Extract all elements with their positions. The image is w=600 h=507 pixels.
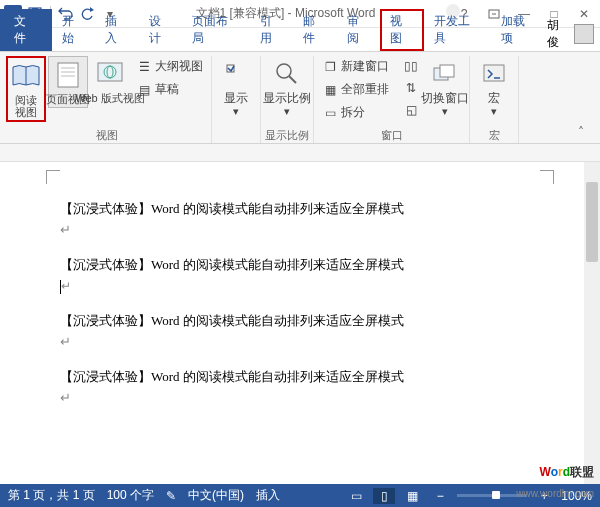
outline-view-button[interactable]: ☰大纲视图 (132, 56, 207, 77)
tab-review[interactable]: 审阅 (337, 9, 381, 51)
group-macros: 宏▾ 宏 (470, 56, 519, 143)
read-view-icon (10, 60, 42, 92)
tab-insert[interactable]: 插入 (95, 9, 139, 51)
web-layout-icon[interactable]: ▦ (401, 488, 423, 504)
doc-line-3[interactable]: 【沉浸式体验】Word 的阅读模式能自动排列来适应全屏模式 (60, 312, 570, 330)
split-button[interactable]: ▭拆分 (318, 102, 393, 123)
svg-rect-4 (58, 63, 78, 87)
group-show: 显示▾ (212, 56, 261, 143)
svg-line-13 (289, 76, 296, 83)
tab-mailings[interactable]: 邮件 (293, 9, 337, 51)
new-window-button[interactable]: ❐新建窗口 (318, 56, 393, 77)
tab-design[interactable]: 设计 (139, 9, 183, 51)
page-view-icon (52, 59, 84, 91)
corner-right (540, 170, 554, 184)
para-mark: ↵ (60, 278, 570, 294)
corner-left (46, 170, 60, 184)
status-bar: 第 1 页，共 1 页 100 个字 ✎ 中文(中国) 插入 ▭ ▯ ▦ − +… (0, 484, 600, 507)
watermark: Word联盟 (540, 462, 594, 481)
macros-button[interactable]: 宏▾ (474, 56, 514, 119)
print-layout-icon[interactable]: ▯ (373, 488, 395, 504)
group-zoom: 显示比例▾ 显示比例 (261, 56, 314, 143)
outline-icon: ☰ (136, 59, 152, 75)
group-views: 阅读 视图 页面视图 Web 版式视图 ☰大纲视图 ▤草稿 视图 (2, 56, 212, 143)
read-view-button[interactable]: 阅读 视图 (6, 56, 46, 122)
vertical-scrollbar[interactable] (584, 162, 600, 484)
page-status[interactable]: 第 1 页，共 1 页 (8, 487, 95, 504)
switch-window-button[interactable]: 切换窗口▾ (425, 56, 465, 119)
macros-icon (478, 58, 510, 90)
word-count[interactable]: 100 个字 (107, 487, 154, 504)
side-by-side-button[interactable]: ▯▯ (399, 56, 423, 76)
reset-position-button[interactable]: ◱ (399, 100, 423, 120)
ruler (0, 144, 600, 162)
tab-addins[interactable]: 加载项 (491, 9, 546, 51)
read-mode-icon[interactable]: ▭ (345, 488, 367, 504)
watermark-url: www.wordlm.com (516, 488, 594, 499)
label: 显示▾ (224, 92, 248, 117)
avatar (574, 24, 594, 44)
zoom-button[interactable]: 显示比例▾ (267, 56, 307, 119)
zoom-out-button[interactable]: − (429, 488, 451, 504)
label: 切换窗口▾ (421, 92, 469, 117)
doc-line-4[interactable]: 【沉浸式体验】Word 的阅读模式能自动排列来适应全屏模式 (60, 368, 570, 386)
switch-window-icon (429, 58, 461, 90)
draft-icon: ▤ (136, 82, 152, 98)
tab-layout[interactable]: 页面布局 (182, 9, 249, 51)
tab-home[interactable]: 开始 (52, 9, 96, 51)
svg-rect-15 (440, 65, 454, 77)
draft-view-button[interactable]: ▤草稿 (132, 79, 207, 100)
tab-view[interactable]: 视图 (380, 9, 424, 51)
tab-references[interactable]: 引用 (250, 9, 294, 51)
proofing-icon[interactable]: ✎ (166, 489, 176, 503)
label: 阅读 视图 (15, 94, 37, 118)
group-window: ❐新建窗口 ▦全部重排 ▭拆分 ▯▯ ⇅ ◱ 切换窗口▾ 窗口 (314, 56, 470, 143)
para-mark: ↵ (60, 334, 570, 350)
label: 显示比例▾ (263, 92, 311, 117)
label: 宏▾ (488, 92, 500, 117)
document-area[interactable]: 【沉浸式体验】Word 的阅读模式能自动排列来适应全屏模式 ↵ 【沉浸式体验】W… (0, 162, 600, 484)
show-button[interactable]: 显示▾ (216, 56, 256, 119)
reset-icon: ◱ (403, 102, 419, 118)
group-label: 宏 (474, 127, 514, 143)
svg-point-12 (277, 64, 291, 78)
user-name: 胡俊 (547, 17, 571, 51)
user-area[interactable]: 胡俊 (547, 17, 600, 51)
language-status[interactable]: 中文(中国) (188, 487, 244, 504)
ribbon: 阅读 视图 页面视图 Web 版式视图 ☰大纲视图 ▤草稿 视图 显示▾ (0, 52, 600, 144)
page-corners (46, 170, 570, 184)
tab-developer[interactable]: 开发工具 (424, 9, 491, 51)
para-mark: ↵ (60, 222, 570, 238)
para-mark: ↵ (60, 390, 570, 406)
web-view-button[interactable]: Web 版式视图 (90, 56, 130, 106)
web-view-icon (94, 58, 126, 90)
collapse-ribbon-button[interactable]: ˄ (578, 125, 594, 141)
group-label: 显示比例 (265, 127, 309, 143)
doc-line-2[interactable]: 【沉浸式体验】Word 的阅读模式能自动排列来适应全屏模式 (60, 256, 570, 274)
side-icon: ▯▯ (403, 58, 419, 74)
tab-file[interactable]: 文件 (0, 9, 52, 51)
zoom-icon (271, 58, 303, 90)
arrange-all-button[interactable]: ▦全部重排 (318, 79, 393, 100)
split-icon: ▭ (322, 105, 338, 121)
show-icon (220, 58, 252, 90)
group-label: 窗口 (318, 127, 465, 143)
doc-line-1[interactable]: 【沉浸式体验】Word 的阅读模式能自动排列来适应全屏模式 (60, 200, 570, 218)
ribbon-tabs: 文件 开始 插入 设计 页面布局 引用 邮件 审阅 视图 开发工具 加载项 胡俊 (0, 28, 600, 52)
new-window-icon: ❐ (322, 59, 338, 75)
group-label: 视图 (6, 127, 207, 143)
sync-icon: ⇅ (403, 80, 419, 96)
scroll-thumb[interactable] (586, 182, 598, 262)
insert-mode[interactable]: 插入 (256, 487, 280, 504)
arrange-icon: ▦ (322, 82, 338, 98)
sync-scroll-button[interactable]: ⇅ (399, 78, 423, 98)
